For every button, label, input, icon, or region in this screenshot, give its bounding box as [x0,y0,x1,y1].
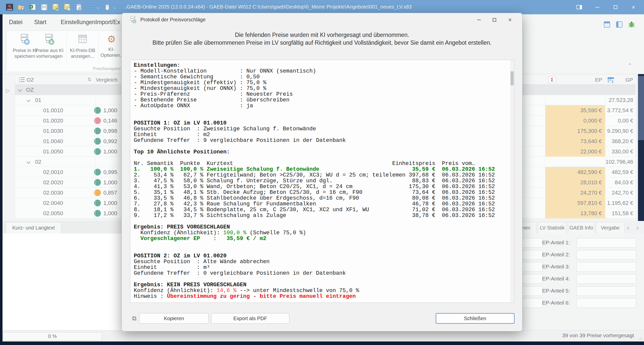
sort-icon[interactable]: ⇅ [87,77,91,82]
log-line [134,114,509,120]
save-download-icon[interactable] [63,3,71,11]
button-label: speichern [15,53,35,59]
dialog-scrollbar[interactable] [510,60,514,302]
save-handshake-icon[interactable] [52,3,60,11]
menu-tab-import-export[interactable]: Import/Ex [95,19,120,26]
ep-anteil-label: EP-Anteil 2: [542,252,570,258]
dock-panel-icon[interactable] [570,0,588,14]
log-line [134,276,509,282]
schliessen-button[interactable]: Schließen [436,313,514,324]
log-line: Ergebnis: KEIN PREIS VORGESCHLAGEN [134,282,509,288]
button-ki-preis-db-anzeigen[interactable]: KI-Preis-DBanzeigen... [69,33,96,67]
open-file-icon[interactable] [17,3,25,11]
chevron-down-icon[interactable]: ⌄ [96,5,100,10]
log-line: Einheit : m2 [134,132,509,138]
button-label: KI-Preis-DB [70,48,95,53]
column-header-ep[interactable]: EP [545,77,602,83]
tab-kurz-und-langtext[interactable]: Kurz- und Langtext [6,222,61,234]
button-preise-aus-ki-vorhersagen[interactable]: Preise aus KIvorhersagen [35,33,64,67]
dialog-message: Die fehlenden Preise wurden mit KI vorhe… [122,31,522,47]
column-header-oz[interactable]: OZ [27,77,34,83]
ribbon-collapse-icon[interactable]: ⌃ [626,62,633,68]
close-button[interactable]: × [624,0,642,14]
vertical-scrollbar[interactable] [638,74,644,221]
log-line: - Preis-Präferenz : Neuester Preis [134,91,509,97]
log-line: 5. 35,1 % 48,1 % Stb. Decke Aufzug; Beto… [134,190,509,195]
menu-tab-start[interactable]: Start [34,19,46,26]
ribbon-group-preisnavigator: Preise in KIspeichern Preise aus KIvorhe… [6,31,124,72]
minimize-button[interactable] [588,0,606,14]
log-line: Gefundene Treffer : 0 vergleichbare Posi… [134,270,509,276]
log-line: 4. 41,3 % 53,0 % Wand, Ortbeton; Beton C… [134,184,509,190]
taskbar-edge [0,341,644,345]
dialog-close-button[interactable]: × [502,15,518,25]
numbered-list-icon: 123 [19,77,25,84]
row-handle-icon[interactable]: ▷ [6,87,10,93]
mouse-settings-icon[interactable] [103,3,111,11]
log-line: 3. 47,5 % 58,0 % Schalung f. Unterzüge, … [134,178,509,184]
svg-text:Σ: Σ [612,80,614,83]
excel-import-icon[interactable]: X [29,3,37,11]
report-window-icon[interactable] [604,21,610,29]
tab-gaeb-info[interactable]: GAEB Info [568,222,594,234]
ep-anteil-input[interactable] [576,250,636,260]
dialog-scrollbar-thumb[interactable] [510,71,514,85]
export-pdf-button[interactable]: Export als PDF [211,313,289,324]
svg-text:2025: 2025 [7,8,12,11]
log-line [134,143,509,149]
scrollbar-thumb[interactable] [638,76,644,140]
dialog-message-line1: Die fehlenden Preise wurden mit KI vorhe… [122,31,522,39]
log-line: 9. 17,2 % 33,7 % Sichtschalung als Zulag… [134,213,509,218]
expander-chevron-icon[interactable] [18,88,22,92]
button-ki-optionen[interactable]: ⚙ KI-Optionen.. [100,33,123,67]
log-line [134,247,509,253]
price-table-icon [77,41,88,46]
button-label: Preise in KI [13,48,37,53]
column-header-vergleich[interactable]: Vergleich [96,77,117,83]
ep-anteil-input[interactable] [576,286,636,296]
protocol-log-box[interactable]: Einstellungen:- Modell-Konstellation : N… [130,60,514,303]
app-logo-icon: 2025 [6,3,14,11]
log-line: - Bestehende Preise : überschreiben [134,97,509,103]
copy-icon[interactable]: ⧉ [131,315,138,322]
kopieren-button[interactable]: Kopieren [139,313,209,324]
tab-scroll-right-icon[interactable]: › [636,224,639,232]
menu-tab-einstellungen[interactable]: Einstellungen [61,19,95,26]
ep-anteil-input[interactable] [576,262,636,272]
column-header-gp[interactable]: GP [625,77,633,83]
bug-icon[interactable] [628,21,635,29]
save-icon[interactable] [40,3,48,11]
button-label: Preise aus KI [35,48,63,53]
log-line: 6. 33,5 % 46,8 % Stahlbetondecke über Er… [134,195,509,201]
log-line: Nr. Semantik Punkte Kurztext Einheitspre… [134,161,509,166]
expander-chevron-icon[interactable] [27,98,31,102]
log-line: Einheit : m³ [134,265,509,270]
tab-scroll-left-icon[interactable]: ‹ [627,224,629,232]
tab-lv-statistik[interactable]: LV Statistik [538,222,567,234]
maximize-button[interactable] [606,0,624,14]
expander-chevron-icon[interactable] [27,160,31,164]
status-bar: 0 % 39 von 39 Preise vorhergesagt [3,330,644,341]
ep-anteil-input[interactable] [576,238,636,248]
tab-vergabe-info[interactable]: Vergabe Info [596,222,625,234]
button-label: KI-Optionen.. [100,47,122,58]
log-line: - Mindestgenauigkeit (effektiv) : 75,0 % [134,80,509,86]
ep-anteil-input[interactable] [576,298,636,308]
button-label: vorhersagen [36,53,63,59]
log-line: 2. 53,4 % 62,7 % Fertigteilwand; Beton >… [134,172,509,178]
chevron-down-icon[interactable]: ⌄ [113,5,116,10]
dialog-message-line2: Bitte prüfen Sie alle übernommenen Preis… [122,39,522,47]
resize-grip[interactable] [638,336,641,339]
table-sum-icon: Σ [607,77,614,84]
ep-anteil-input[interactable] [576,274,636,284]
export-globe-icon[interactable] [75,3,83,11]
log-line: Ergebnis: PREIS VORGESCHLAGEN [134,224,509,230]
log-line: POSITION 2: OZ im LV 01.0020 [134,253,509,259]
ribbon-group-label: PreisNavigator [87,66,127,71]
database-upload-icon [19,41,31,46]
form-window-icon[interactable] [616,21,623,29]
menu-tab-datei[interactable]: Datei [9,19,23,26]
dialog-maximize-button[interactable] [487,15,502,25]
dialog-minimize-button[interactable] [471,15,487,25]
view-grid-icon[interactable] [86,3,94,11]
